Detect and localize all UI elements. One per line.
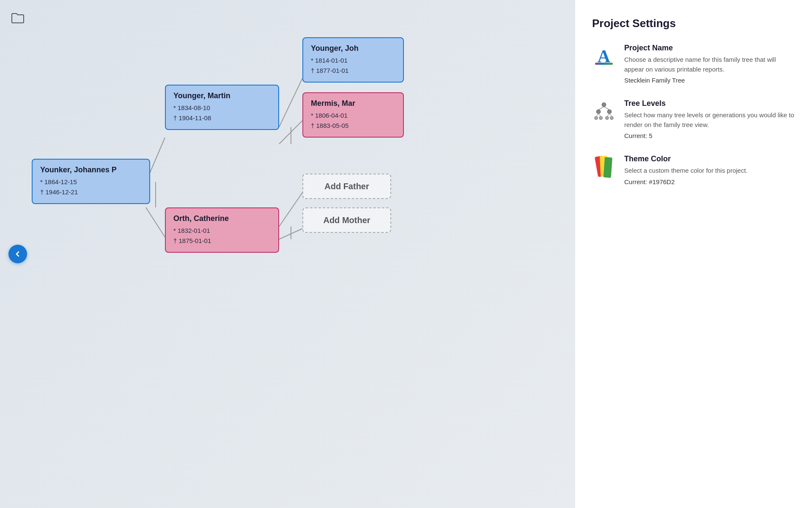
tree-levels-desc: Select how many tree levels or generatio…: [624, 110, 795, 130]
svg-point-12: [596, 110, 600, 113]
back-button[interactable]: [8, 245, 27, 263]
person-card-johannes[interactable]: Younker, Johannes P * 1864-12-15 † 1946-…: [32, 159, 150, 204]
svg-point-13: [607, 110, 611, 113]
svg-line-7: [279, 229, 302, 239]
svg-point-16: [606, 116, 609, 119]
theme-color-desc: Select a custom theme color for this pro…: [624, 166, 795, 176]
project-name-icon: A: [592, 44, 616, 67]
svg-rect-26: [604, 157, 612, 178]
setting-tree-levels: Tree Levels Select how many tree levels …: [592, 99, 795, 139]
tree-levels-icon: [592, 99, 616, 123]
add-father-button[interactable]: Add Father: [302, 174, 391, 199]
tree-panel: Younker, Johannes P * 1864-12-15 † 1946-…: [0, 0, 575, 508]
settings-title: Project Settings: [592, 17, 795, 30]
project-name-value: Stecklein Family Tree: [624, 77, 795, 84]
svg-line-23: [609, 113, 612, 116]
svg-line-1: [146, 207, 165, 237]
project-name-desc: Choose a descriptive name for this famil…: [624, 55, 795, 74]
svg-line-19: [604, 107, 609, 110]
svg-line-22: [607, 113, 609, 116]
theme-color-icon: [592, 155, 616, 178]
person-card-martin[interactable]: Younger, Martin * 1834-08-10 † 1904-11-0…: [165, 85, 279, 130]
folder-button[interactable]: [8, 8, 27, 27]
svg-line-6: [279, 193, 302, 226]
svg-point-17: [610, 116, 613, 119]
svg-line-4: [279, 121, 302, 144]
project-name-label: Project Name: [624, 44, 795, 52]
person-card-john[interactable]: Younger, Joh * 1814-01-01 † 1877-01-01: [302, 37, 404, 83]
person-card-mermis[interactable]: Mermis, Mar * 1806-04-01 † 1883-05-05: [302, 92, 404, 138]
theme-color-value: Current: #1976D2: [624, 178, 795, 185]
svg-point-15: [599, 116, 602, 119]
add-mother-button[interactable]: Add Mother: [302, 207, 391, 233]
tree-connectors: [0, 0, 575, 508]
svg-line-3: [279, 78, 302, 127]
svg-point-11: [602, 103, 606, 107]
svg-point-14: [595, 116, 598, 119]
theme-color-label: Theme Color: [624, 155, 795, 163]
setting-project-name: A Project Name Choose a descriptive name…: [592, 44, 795, 84]
settings-panel: Project Settings A Project Name Choose a…: [575, 0, 812, 508]
setting-theme-color: Theme Color Select a custom theme color …: [592, 155, 795, 185]
tree-levels-value: Current: 5: [624, 132, 795, 139]
svg-rect-10: [595, 63, 613, 65]
tree-levels-label: Tree Levels: [624, 99, 795, 108]
svg-line-21: [598, 113, 601, 116]
svg-line-18: [598, 107, 604, 110]
person-card-catherine[interactable]: Orth, Catherine * 1832-01-01 † 1875-01-0…: [165, 207, 279, 253]
svg-line-20: [596, 113, 599, 116]
